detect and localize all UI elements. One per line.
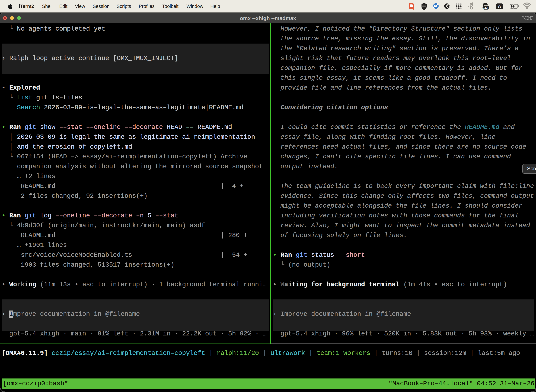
svg-text:A: A <box>498 4 501 9</box>
svg-text:..61: ..61 <box>483 6 489 10</box>
